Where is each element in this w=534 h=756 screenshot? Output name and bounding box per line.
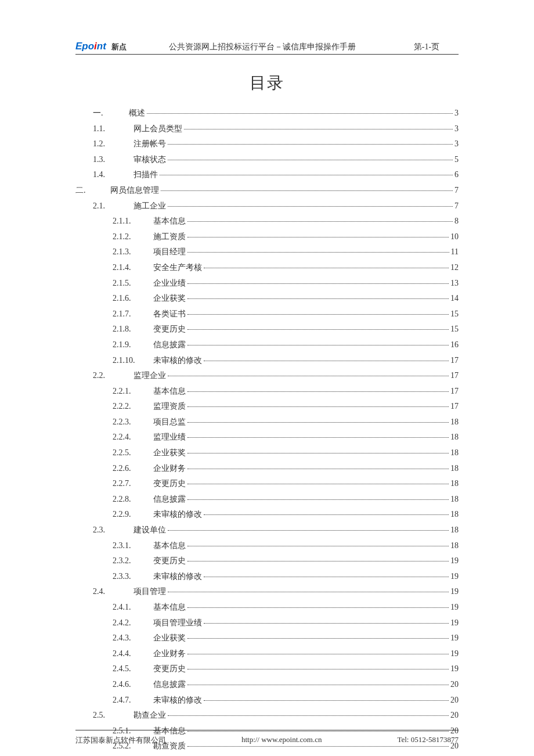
toc-title: 勘查企业: [134, 708, 166, 723]
toc-entry: 2.1.10.未审核的修改17: [75, 353, 459, 369]
toc-leader-dots: [168, 530, 449, 531]
toc-number: 1.1.: [93, 121, 134, 137]
toc-title: 施工资质: [153, 229, 186, 245]
toc-page-number: 18: [450, 476, 459, 492]
toc-entry: 1.4.扫描件6: [75, 167, 459, 183]
toc-leader-dots: [184, 129, 453, 129]
toc-page-number: 19: [450, 569, 459, 585]
toc-number: 2.2.6.: [113, 461, 153, 477]
toc-title: 未审核的修改: [153, 693, 202, 708]
toc-page-number: 7: [454, 183, 459, 199]
toc-title: 信息披露: [153, 337, 186, 353]
footer-url: http:// www.epoint.com.cn: [241, 735, 322, 746]
header-title: 公共资源网上招投标运行平台－诚信库申报操作手册: [130, 42, 395, 52]
toc-title: 信息披露: [153, 492, 186, 507]
toc-leader-dots: [187, 746, 449, 747]
toc-number: 2.3.1.: [113, 538, 153, 554]
toc-number: 2.1.2.: [113, 229, 153, 245]
toc-leader-dots: [187, 499, 449, 500]
toc-entry: 2.1.3.项目经理11: [75, 244, 459, 260]
toc-entry: 2.2.5.企业获奖18: [75, 445, 459, 461]
toc-leader-dots: [168, 144, 453, 145]
logo-cn: 新点: [111, 42, 127, 51]
logo-en-prefix: Epo: [75, 41, 94, 52]
toc-number: 一.: [93, 106, 129, 121]
toc-entry: 2.2.2.监理资质17: [75, 399, 459, 415]
toc-leader-dots: [168, 592, 449, 592]
toc-entry: 2.4.4.企业财务19: [75, 646, 459, 662]
footer-divider: [75, 730, 459, 730]
toc-entry: 2.2.3.项目总监18: [75, 415, 459, 430]
toc-number: 二.: [75, 183, 110, 199]
toc-number: 2.3.: [93, 523, 134, 538]
toc-entry: 2.1.1.基本信息8: [75, 214, 459, 229]
toc-entry: 2.1.6.企业获奖14: [75, 291, 459, 307]
toc-number: 2.1.: [93, 199, 134, 214]
toc-entry: 2.2.7.变更历史18: [75, 476, 459, 492]
toc-leader-dots: [187, 221, 453, 222]
toc-title: 未审核的修改: [153, 569, 202, 585]
toc-leader-dots: [204, 361, 449, 361]
toc-page-number: 19: [450, 553, 459, 569]
toc-entry: 2.4.3.企业获奖19: [75, 631, 459, 646]
toc-leader-dots: [168, 715, 449, 716]
toc-page-number: 10: [450, 229, 459, 245]
toc-leader-dots: [187, 437, 449, 438]
toc-leader-dots: [187, 685, 449, 685]
toc-entry: 一.概述3: [75, 106, 459, 121]
toc-number: 2.2.4.: [113, 430, 153, 445]
toc-title: 基本信息: [153, 214, 186, 229]
toc-title: 施工企业: [134, 199, 166, 214]
toc-number: 2.2.5.: [113, 445, 153, 461]
toc-entry: 2.1.2.施工资质10: [75, 229, 459, 245]
header-page-number: 第-1-页: [395, 42, 459, 52]
table-of-contents: 一.概述31.1.网上会员类型31.2.注册帐号31.3.审核状态51.4.扫描…: [75, 106, 459, 754]
toc-leader-dots: [187, 546, 449, 546]
toc-leader-dots: [204, 514, 449, 515]
toc-entry: 2.1.7.各类证书15: [75, 307, 459, 322]
toc-page-number: 19: [450, 615, 459, 631]
toc-title: 信息披露: [153, 677, 186, 693]
toc-title: 变更历史: [153, 322, 186, 337]
toc-entry: 1.2.注册帐号3: [75, 136, 459, 152]
toc-leader-dots: [187, 561, 449, 561]
toc-number: 2.1.7.: [113, 307, 153, 322]
toc-leader-dots: [204, 577, 449, 577]
toc-leader-dots: [204, 268, 449, 268]
toc-number: 2.1.4.: [113, 260, 153, 276]
footer-tel: Tel: 0512-58173877: [397, 735, 459, 746]
toc-number: 2.2.2.: [113, 399, 153, 415]
toc-title: 企业获奖: [153, 631, 186, 646]
toc-title: 项目管理业绩: [153, 615, 202, 631]
toc-page-number: 5: [454, 152, 459, 168]
toc-page-number: 19: [450, 646, 459, 662]
toc-number: 2.1.3.: [113, 244, 153, 260]
toc-page-number: 17: [450, 353, 459, 369]
toc-title: 项目管理: [134, 584, 166, 600]
toc-page-number: 3: [454, 121, 459, 137]
toc-number: 2.4.: [93, 584, 134, 600]
toc-entry: 2.2.4.监理业绩18: [75, 430, 459, 445]
toc-leader-dots: [187, 422, 449, 423]
toc-number: 2.4.7.: [113, 693, 153, 708]
toc-number: 2.1.8.: [113, 322, 153, 337]
toc-entry: 2.1.5.企业业绩13: [75, 276, 459, 291]
toc-page-number: 17: [450, 384, 459, 399]
toc-leader-dots: [187, 391, 449, 392]
toc-number: 2.1.5.: [113, 276, 153, 291]
toc-title: 变更历史: [153, 476, 186, 492]
toc-entry: 2.2.8.信息披露18: [75, 492, 459, 507]
toc-number: 2.1.9.: [113, 337, 153, 353]
toc-leader-dots: [161, 190, 453, 191]
toc-number: 2.4.2.: [113, 615, 153, 631]
toc-leader-dots: [187, 298, 449, 299]
toc-page-number: 18: [450, 538, 459, 554]
toc-number: 2.2.8.: [113, 492, 153, 507]
toc-page-number: 18: [450, 523, 459, 538]
toc-number: 2.3.3.: [113, 569, 153, 585]
toc-page-number: 11: [451, 244, 459, 260]
toc-page-number: 20: [450, 677, 459, 693]
toc-number: 2.2.1.: [113, 384, 153, 399]
toc-leader-dots: [187, 329, 449, 330]
toc-entry: 2.5.勘查企业20: [75, 708, 459, 723]
